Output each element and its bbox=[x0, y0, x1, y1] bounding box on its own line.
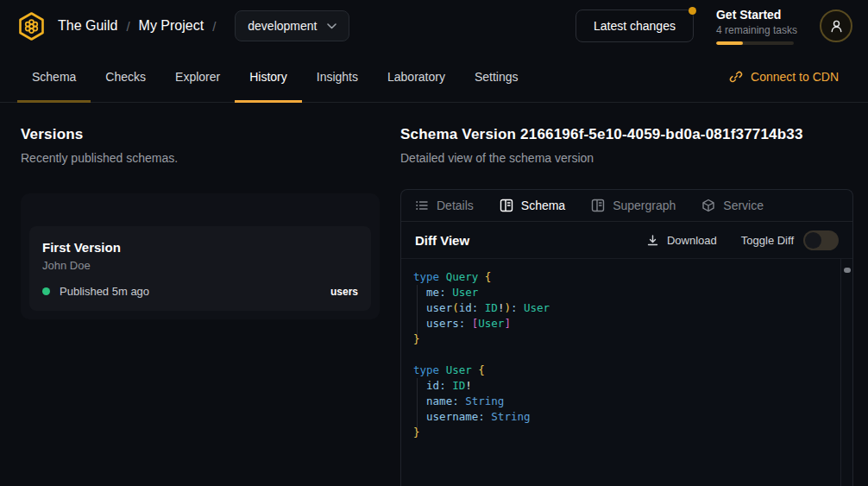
tab-label: Laboratory bbox=[387, 70, 445, 84]
tab-laboratory[interactable]: Laboratory bbox=[373, 52, 460, 102]
breadcrumb-separator: / bbox=[126, 19, 129, 34]
diff-view-title: Diff View bbox=[415, 233, 469, 248]
tab-underline bbox=[160, 100, 235, 103]
latest-changes-label: Latest changes bbox=[594, 19, 676, 33]
tab-label: Details bbox=[437, 199, 474, 212]
indent-guide bbox=[417, 378, 418, 428]
connect-to-cdn-link[interactable]: Connect to CDN bbox=[729, 52, 851, 102]
columns-icon bbox=[591, 199, 605, 212]
target-selector[interactable]: development bbox=[235, 10, 349, 41]
tab-supergraph[interactable]: Supergraph bbox=[591, 199, 676, 212]
download-label: Download bbox=[667, 234, 717, 247]
version-title: First Version bbox=[42, 240, 358, 255]
version-status: Published 5m ago bbox=[60, 285, 149, 298]
tab-label: Schema bbox=[521, 199, 565, 212]
toggle-diff-switch[interactable] bbox=[803, 230, 839, 250]
person-icon bbox=[829, 19, 844, 34]
version-list-item[interactable]: First Version John Doe Published 5m ago … bbox=[29, 226, 371, 311]
indent-guide bbox=[417, 285, 418, 335]
toggle-diff-label: Toggle Diff bbox=[741, 234, 794, 247]
schema-code-editor: type Query { me: User user(id: ID!): Use… bbox=[401, 259, 852, 486]
tab-schema[interactable]: Schema bbox=[17, 52, 91, 102]
tab-label: Service bbox=[723, 199, 764, 212]
breadcrumb-separator: / bbox=[212, 19, 216, 34]
cube-icon bbox=[701, 199, 715, 212]
get-started-subtitle: 4 remaining tasks bbox=[716, 24, 797, 36]
tab-label: Insights bbox=[317, 70, 358, 84]
get-started-progress-fill bbox=[716, 41, 744, 45]
tab-explorer[interactable]: Explorer bbox=[160, 52, 235, 102]
diff-toolbar: Diff View Download Toggle Diff bbox=[401, 222, 852, 259]
schema-viewer-panel: Details Schema Supergr bbox=[400, 189, 853, 486]
published-status-dot bbox=[42, 287, 50, 295]
tab-label: Explorer bbox=[175, 70, 220, 84]
tab-underline bbox=[373, 100, 460, 103]
get-started-widget[interactable]: Get Started 4 remaining tasks bbox=[716, 8, 797, 45]
link-icon bbox=[729, 70, 743, 84]
tab-label: History bbox=[249, 70, 287, 84]
toggle-knob bbox=[805, 232, 821, 249]
download-icon bbox=[646, 234, 659, 247]
tab-checks[interactable]: Checks bbox=[91, 52, 160, 102]
versions-panel: Versions Recently published schemas. Fir… bbox=[0, 103, 400, 486]
version-author: John Doe bbox=[42, 259, 358, 272]
tab-details[interactable]: Details bbox=[415, 199, 474, 212]
tab-underline bbox=[17, 100, 91, 103]
tab-label: Settings bbox=[475, 70, 519, 84]
versions-title: Versions bbox=[21, 126, 380, 143]
tab-underline bbox=[91, 100, 160, 103]
get-started-progress-track bbox=[716, 41, 794, 45]
breadcrumb-project[interactable]: My Project bbox=[139, 18, 204, 34]
service-badge: users bbox=[330, 286, 358, 298]
tab-settings[interactable]: Settings bbox=[460, 52, 533, 102]
user-avatar[interactable] bbox=[820, 9, 852, 42]
tab-label: Supergraph bbox=[613, 199, 676, 212]
list-icon bbox=[415, 199, 429, 212]
versions-list: First Version John Doe Published 5m ago … bbox=[21, 193, 380, 319]
tab-label: Checks bbox=[105, 70, 146, 84]
get-started-title: Get Started bbox=[716, 8, 797, 22]
columns-icon bbox=[500, 199, 513, 212]
connect-to-cdn-label: Connect to CDN bbox=[751, 70, 839, 84]
tab-schema-view[interactable]: Schema bbox=[500, 199, 565, 212]
top-header: The Guild / My Project / development Lat… bbox=[0, 0, 868, 52]
breadcrumb-org[interactable]: The Guild bbox=[58, 18, 117, 34]
target-nav-tabs: Schema Checks Explorer History Insights … bbox=[0, 52, 868, 103]
scrollbar-thumb[interactable] bbox=[844, 268, 851, 273]
target-selector-value: development bbox=[248, 19, 317, 33]
code-block: type Query { me: User user(id: ID!): Use… bbox=[413, 269, 830, 440]
tab-underline bbox=[302, 100, 373, 103]
versions-subtitle: Recently published schemas. bbox=[21, 151, 380, 165]
guild-logo-icon[interactable] bbox=[16, 10, 47, 42]
latest-changes-button[interactable]: Latest changes bbox=[576, 9, 694, 42]
tab-insights[interactable]: Insights bbox=[302, 52, 373, 102]
main-content: Versions Recently published schemas. Fir… bbox=[0, 103, 868, 486]
schema-viewer-tabs: Details Schema Supergr bbox=[401, 190, 852, 222]
tab-underline bbox=[460, 100, 533, 103]
tab-history[interactable]: History bbox=[235, 52, 302, 102]
tab-label: Schema bbox=[32, 70, 76, 84]
tab-underline bbox=[235, 100, 302, 103]
version-detail-title: Schema Version 2166196f-5e10-4059-bd0a-0… bbox=[400, 126, 853, 143]
notification-dot bbox=[689, 7, 696, 15]
version-detail-subtitle: Detailed view of the schema version bbox=[400, 151, 853, 165]
chevron-down-icon bbox=[327, 23, 337, 29]
tab-service[interactable]: Service bbox=[701, 199, 764, 212]
download-button[interactable]: Download bbox=[646, 234, 717, 247]
version-detail-panel: Schema Version 2166196f-5e10-4059-bd0a-0… bbox=[400, 103, 868, 486]
code-scrollbar[interactable] bbox=[840, 259, 852, 486]
